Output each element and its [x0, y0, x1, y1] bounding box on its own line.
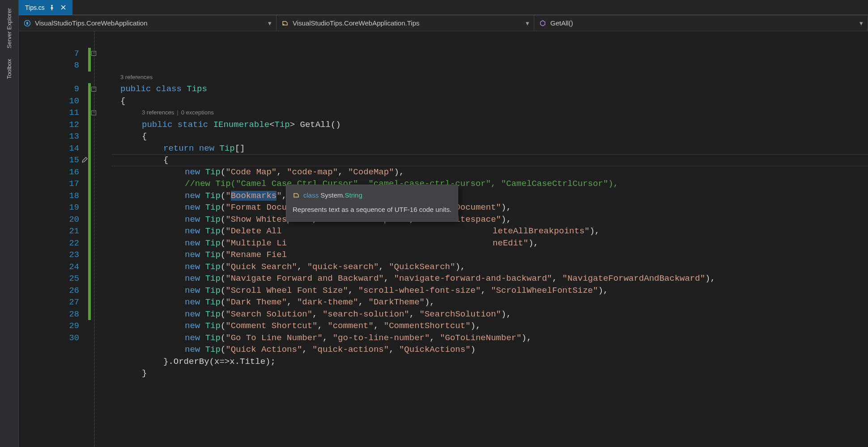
class-icon: [281, 19, 289, 27]
code-line[interactable]: }.OrderBy(x=>x.Title);: [111, 356, 868, 368]
fold-toggle-icon[interactable]: −: [91, 87, 96, 92]
quickinfo-description: Represents text as a sequence of UTF-16 …: [293, 204, 451, 216]
csharp-project-icon: [23, 19, 31, 27]
code-line[interactable]: new Tip("Code Map", "code-map", "CodeMap…: [111, 166, 868, 178]
method-icon: [539, 19, 547, 27]
codelens-row[interactable]: 3 references|0 exceptions: [111, 107, 868, 119]
code-line[interactable]: new Tip("Quick Actions", "quick-actions"…: [111, 344, 868, 356]
line-number-gutter: 7891011121314151617181920212223242526272…: [19, 31, 88, 447]
fold-toggle-icon[interactable]: −: [91, 110, 96, 115]
code-line[interactable]: public class Tips: [111, 83, 868, 95]
pin-icon[interactable]: [49, 5, 56, 10]
document-tab-title: Tips.cs: [25, 4, 45, 11]
code-line[interactable]: new Tip("Dark Theme", "dark-theme", "Dar…: [111, 296, 868, 308]
chevron-down-icon: ▾: [268, 19, 272, 27]
code-line[interactable]: {: [111, 131, 868, 143]
code-line[interactable]: new Tip("Delete All leteAllBreakpoints")…: [111, 225, 868, 237]
navbar-type-selector[interactable]: VisualStudioTips.CoreWebApplication.Tips…: [277, 15, 534, 31]
quickinfo-tooltip: class System.StringRepresents text as a …: [286, 185, 458, 222]
code-line[interactable]: new Tip("Multiple LineEdit"),: [111, 237, 868, 249]
code-editor[interactable]: 7891011121314151617181920212223242526272…: [19, 31, 868, 447]
document-tab-tips-cs[interactable]: Tips.cs: [19, 0, 72, 15]
navbar-type-label: VisualStudioTips.CoreWebApplication.Tips: [293, 19, 419, 27]
document-tab-strip: Tips.cs: [19, 0, 868, 15]
fold-toggle-icon[interactable]: −: [91, 51, 96, 56]
navbar-member-label: GetAll(): [550, 19, 573, 27]
code-line[interactable]: new Tip("Scroll Wheel Font Size", "scrol…: [111, 285, 868, 297]
code-line[interactable]: new Tip("Show Whitespace", "show-whitesp…: [111, 214, 868, 226]
rail-item-toolbox[interactable]: Toolbox: [4, 54, 14, 84]
code-line[interactable]: new Tip("Rename Fiel: [111, 249, 868, 261]
navigation-bar: VisualStudioTips.CoreWebApplication ▾ Vi…: [19, 15, 868, 31]
side-tool-rail: Server Explorer Toolbox: [0, 0, 19, 447]
code-line[interactable]: new Tip("Go To Line Number", "go-to-line…: [111, 332, 868, 344]
close-icon[interactable]: [61, 5, 68, 10]
code-line[interactable]: new Tip("Comment Shortcut", "comment", "…: [111, 320, 868, 332]
code-line[interactable]: }: [111, 367, 868, 380]
code-line[interactable]: new Tip("Quick Search", "quick-search", …: [111, 261, 868, 273]
class-icon: [293, 192, 300, 199]
recent-edit-glyph-icon: [81, 156, 89, 163]
svg-rect-1: [26, 22, 28, 25]
navbar-project-selector[interactable]: VisualStudioTips.CoreWebApplication ▾: [19, 15, 277, 31]
code-line[interactable]: new Tip("Format Document", "format-docum…: [111, 202, 868, 214]
code-line[interactable]: public static IEnumerable<Tip> GetAll(): [111, 119, 868, 131]
codelens-row[interactable]: 3 references: [111, 72, 868, 84]
code-line[interactable]: return new Tip[]: [111, 143, 868, 155]
code-line[interactable]: new Tip("Navigate Forward and Backward",…: [111, 273, 868, 285]
navbar-project-label: VisualStudioTips.CoreWebApplication: [35, 19, 148, 27]
code-line[interactable]: new Tip("Search Solution", "search-solut…: [111, 308, 868, 320]
code-surface[interactable]: 3 referencespublic class Tips{3 referenc…: [111, 31, 868, 447]
outline-fold-margin[interactable]: −−−: [91, 31, 111, 447]
code-line[interactable]: //new Tip("Camel Case Ctrl Cursor", "cam…: [111, 178, 868, 190]
current-line-highlight: [111, 154, 868, 166]
chevron-down-icon: ▾: [859, 19, 863, 27]
rail-item-server-explorer[interactable]: Server Explorer: [4, 3, 14, 54]
svg-point-2: [283, 24, 285, 25]
chevron-down-icon: ▾: [526, 19, 529, 27]
code-line[interactable]: {: [111, 95, 868, 107]
navbar-member-selector[interactable]: GetAll() ▾: [534, 15, 868, 31]
code-line[interactable]: new Tip("Bookmarks", "bookmarks", "Bookm…: [111, 190, 868, 202]
